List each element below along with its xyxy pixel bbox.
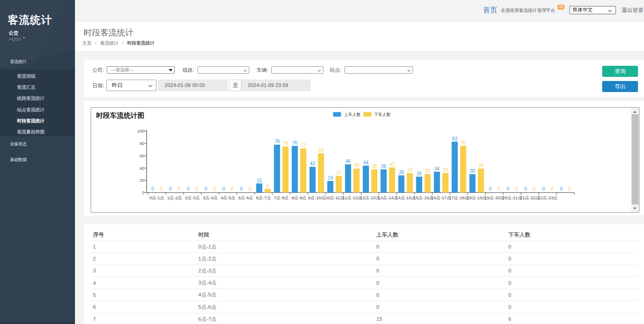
svg-text:9点-10点: 9点-10点 [308,195,326,200]
svg-text:11点-12点: 11点-12点 [343,195,362,200]
svg-text:15: 15 [257,178,262,183]
svg-text:0: 0 [240,186,243,191]
svg-text:0: 0 [569,186,571,191]
svg-text:40: 40 [139,166,144,171]
svg-text:0: 0 [178,186,180,191]
svg-text:0: 0 [497,186,500,191]
svg-text:16点-17点: 16点-17点 [431,195,451,200]
svg-text:6点-7点: 6点-7点 [256,195,271,200]
svg-text:0: 0 [542,186,545,191]
svg-text:20点-21点: 20点-21点 [502,195,522,200]
svg-text:83: 83 [452,136,458,141]
svg-text:44: 44 [363,160,369,165]
svg-text:6: 6 [266,184,269,189]
svg-text:28: 28 [399,170,404,175]
svg-text:78: 78 [275,139,280,144]
svg-text:3点-4点: 3点-4点 [203,195,218,200]
svg-text:60: 60 [139,153,144,158]
svg-text:100: 100 [137,128,144,133]
svg-text:38: 38 [372,164,377,169]
svg-text:42: 42 [310,161,316,166]
svg-text:0: 0 [223,186,225,191]
svg-text:0: 0 [213,186,216,191]
svg-text:0: 0 [205,186,207,191]
svg-text:26: 26 [417,171,422,176]
svg-text:7点-8点: 7点-8点 [274,195,289,200]
svg-text:32: 32 [407,168,413,173]
svg-text:14点-15点: 14点-15点 [396,195,415,200]
svg-text:27: 27 [336,171,342,176]
svg-text:1点-2点: 1点-2点 [167,195,182,200]
svg-text:0: 0 [231,186,234,191]
svg-text:32: 32 [443,168,448,173]
svg-text:30: 30 [425,168,431,174]
svg-text:12点-13点: 12点-13点 [360,195,380,200]
svg-text:80: 80 [139,141,144,146]
svg-text:15点-16点: 15点-16点 [414,195,433,200]
svg-text:39: 39 [478,163,484,168]
svg-text:39: 39 [354,163,360,168]
svg-text:72: 72 [301,143,306,148]
svg-text:0点-1点: 0点-1点 [150,195,165,200]
svg-text:0: 0 [515,186,518,191]
svg-text:19: 19 [328,175,334,180]
svg-text:64: 64 [318,148,324,153]
svg-text:19点-20点: 19点-20点 [484,195,504,200]
svg-text:2点-3点: 2点-3点 [185,195,200,200]
svg-text:13点-14点: 13点-14点 [378,195,397,200]
svg-text:0: 0 [533,186,536,191]
svg-text:10点-11点: 10点-11点 [325,195,345,200]
svg-text:20: 20 [139,178,144,183]
svg-text:46: 46 [345,159,351,164]
svg-text:0: 0 [187,186,190,191]
svg-text:0: 0 [560,186,563,191]
svg-text:4点-5点: 4点-5点 [220,195,236,200]
svg-text:0: 0 [151,186,154,191]
svg-text:0: 0 [489,186,492,191]
svg-text:17点-18点: 17点-18点 [449,195,469,200]
svg-text:22点-23点: 22点-23点 [538,195,558,200]
svg-text:34: 34 [434,166,440,171]
svg-text:76: 76 [460,140,466,145]
svg-text:0: 0 [524,186,527,191]
svg-text:0: 0 [249,186,252,191]
svg-text:18点-19点: 18点-19点 [467,195,487,200]
svg-text:下车人数: 下车人数 [374,112,391,117]
svg-text:41: 41 [390,162,395,167]
svg-text:0: 0 [507,186,510,191]
svg-text:0: 0 [551,186,553,191]
svg-text:0: 0 [142,190,144,195]
svg-text:0: 0 [169,186,172,191]
svg-text:上车人数: 上车人数 [344,112,361,117]
svg-text:8点-9点: 8点-9点 [292,195,307,200]
svg-text:30: 30 [470,168,476,174]
svg-text:38: 38 [381,164,386,169]
svg-text:0: 0 [160,186,162,191]
svg-text:0: 0 [196,186,198,191]
svg-text:21点-22点: 21点-22点 [520,195,540,200]
svg-text:76: 76 [292,140,298,145]
svg-text:75: 75 [283,141,288,146]
svg-text:5点-6点: 5点-6点 [238,195,253,200]
